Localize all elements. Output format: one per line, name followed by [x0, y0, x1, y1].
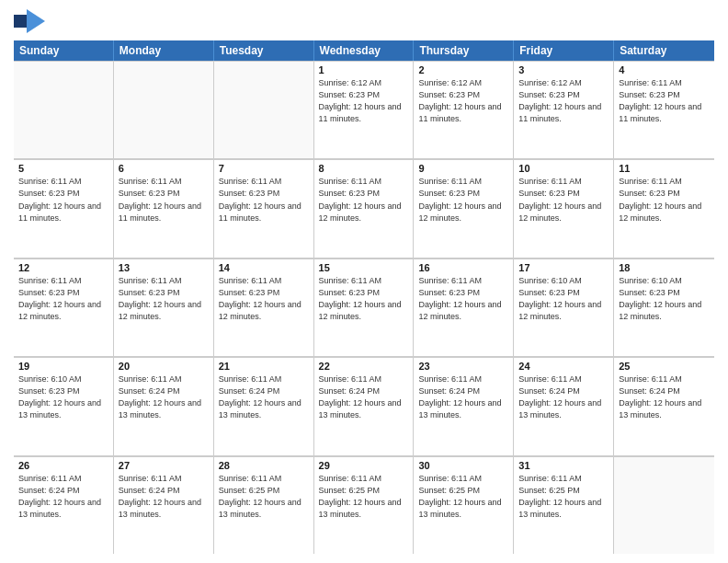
calendar-cell: 6Sunrise: 6:11 AMSunset: 6:23 PMDaylight…: [114, 159, 214, 257]
day-number: 14: [219, 262, 309, 273]
calendar-cell: 14Sunrise: 6:11 AMSunset: 6:23 PMDayligh…: [214, 259, 314, 356]
day-info: Sunrise: 6:11 AMSunset: 6:23 PMDaylight:…: [119, 176, 209, 224]
day-info: Sunrise: 6:10 AMSunset: 6:23 PMDaylight:…: [619, 275, 710, 323]
day-info: Sunrise: 6:11 AMSunset: 6:25 PMDaylight:…: [319, 473, 409, 521]
day-info: Sunrise: 6:11 AMSunset: 6:23 PMDaylight:…: [418, 275, 508, 323]
calendar-cell: 8Sunrise: 6:11 AMSunset: 6:23 PMDaylight…: [314, 159, 415, 257]
day-info: Sunrise: 6:11 AMSunset: 6:23 PMDaylight:…: [418, 176, 508, 224]
svg-marker-1: [27, 9, 45, 33]
day-number: 3: [518, 64, 609, 75]
weekday-header-sunday: Sunday: [14, 40, 114, 61]
svg-rect-0: [14, 15, 27, 28]
day-info: Sunrise: 6:11 AMSunset: 6:23 PMDaylight:…: [619, 77, 710, 125]
header: [14, 9, 714, 33]
day-info: Sunrise: 6:11 AMSunset: 6:24 PMDaylight:…: [418, 373, 508, 421]
weekday-header-monday: Monday: [114, 40, 214, 61]
day-info: Sunrise: 6:11 AMSunset: 6:24 PMDaylight:…: [518, 373, 609, 421]
calendar-cell: 27Sunrise: 6:11 AMSunset: 6:24 PMDayligh…: [114, 456, 214, 554]
day-info: Sunrise: 6:10 AMSunset: 6:23 PMDaylight:…: [518, 275, 609, 323]
day-number: 20: [119, 361, 209, 372]
calendar-week-1: 1Sunrise: 6:12 AMSunset: 6:23 PMDaylight…: [14, 61, 714, 159]
calendar-cell: [114, 61, 214, 158]
calendar-cell: 5Sunrise: 6:11 AMSunset: 6:23 PMDaylight…: [14, 159, 114, 257]
day-info: Sunrise: 6:11 AMSunset: 6:25 PMDaylight:…: [219, 473, 309, 521]
calendar-cell: 28Sunrise: 6:11 AMSunset: 6:25 PMDayligh…: [214, 456, 314, 554]
day-info: Sunrise: 6:11 AMSunset: 6:25 PMDaylight:…: [518, 473, 609, 521]
day-info: Sunrise: 6:11 AMSunset: 6:24 PMDaylight:…: [119, 473, 209, 521]
calendar-body: 1Sunrise: 6:12 AMSunset: 6:23 PMDaylight…: [14, 61, 714, 554]
day-number: 31: [518, 460, 609, 471]
calendar-week-3: 12Sunrise: 6:11 AMSunset: 6:23 PMDayligh…: [14, 259, 714, 357]
day-number: 28: [219, 460, 309, 471]
day-number: 15: [319, 262, 409, 273]
day-info: Sunrise: 6:11 AMSunset: 6:24 PMDaylight:…: [319, 373, 409, 421]
day-info: Sunrise: 6:12 AMSunset: 6:23 PMDaylight:…: [418, 77, 508, 125]
day-number: 30: [418, 460, 508, 471]
calendar-cell: 10Sunrise: 6:11 AMSunset: 6:23 PMDayligh…: [514, 159, 614, 257]
calendar-cell: 25Sunrise: 6:11 AMSunset: 6:24 PMDayligh…: [614, 357, 714, 454]
day-number: 2: [418, 64, 508, 75]
calendar-cell: 19Sunrise: 6:10 AMSunset: 6:23 PMDayligh…: [14, 357, 114, 454]
calendar-cell: 11Sunrise: 6:11 AMSunset: 6:23 PMDayligh…: [614, 159, 714, 257]
logo: [14, 9, 50, 33]
day-info: Sunrise: 6:11 AMSunset: 6:24 PMDaylight:…: [219, 373, 309, 421]
weekday-header-tuesday: Tuesday: [214, 40, 314, 61]
day-info: Sunrise: 6:11 AMSunset: 6:23 PMDaylight:…: [18, 176, 108, 224]
calendar-cell: 12Sunrise: 6:11 AMSunset: 6:23 PMDayligh…: [14, 259, 114, 356]
day-number: 13: [119, 262, 209, 273]
day-number: 17: [518, 262, 609, 273]
day-info: Sunrise: 6:11 AMSunset: 6:23 PMDaylight:…: [619, 176, 710, 224]
weekday-header-wednesday: Wednesday: [314, 40, 415, 61]
calendar-cell: 21Sunrise: 6:11 AMSunset: 6:24 PMDayligh…: [214, 357, 314, 454]
calendar-cell: 17Sunrise: 6:10 AMSunset: 6:23 PMDayligh…: [514, 259, 614, 356]
calendar-cell: 1Sunrise: 6:12 AMSunset: 6:23 PMDaylight…: [314, 61, 415, 158]
day-info: Sunrise: 6:11 AMSunset: 6:23 PMDaylight:…: [119, 275, 209, 323]
calendar-cell: 23Sunrise: 6:11 AMSunset: 6:24 PMDayligh…: [414, 357, 514, 454]
day-info: Sunrise: 6:11 AMSunset: 6:23 PMDaylight:…: [518, 176, 609, 224]
calendar: SundayMondayTuesdayWednesdayThursdayFrid…: [14, 40, 714, 554]
day-number: 24: [518, 361, 609, 372]
page: SundayMondayTuesdayWednesdayThursdayFrid…: [0, 0, 728, 563]
day-info: Sunrise: 6:11 AMSunset: 6:25 PMDaylight:…: [418, 473, 508, 521]
calendar-week-5: 26Sunrise: 6:11 AMSunset: 6:24 PMDayligh…: [14, 456, 714, 554]
day-info: Sunrise: 6:11 AMSunset: 6:24 PMDaylight:…: [619, 373, 710, 421]
day-info: Sunrise: 6:11 AMSunset: 6:23 PMDaylight:…: [219, 275, 309, 323]
day-info: Sunrise: 6:12 AMSunset: 6:23 PMDaylight:…: [518, 77, 609, 125]
calendar-cell: 30Sunrise: 6:11 AMSunset: 6:25 PMDayligh…: [414, 456, 514, 554]
day-number: 16: [418, 262, 508, 273]
day-number: 8: [319, 163, 409, 174]
day-info: Sunrise: 6:12 AMSunset: 6:23 PMDaylight:…: [319, 77, 409, 125]
day-number: 5: [18, 163, 108, 174]
day-number: 6: [119, 163, 209, 174]
day-number: 10: [518, 163, 609, 174]
day-info: Sunrise: 6:11 AMSunset: 6:24 PMDaylight:…: [119, 373, 209, 421]
day-info: Sunrise: 6:11 AMSunset: 6:23 PMDaylight:…: [219, 176, 309, 224]
day-info: Sunrise: 6:11 AMSunset: 6:23 PMDaylight:…: [319, 275, 409, 323]
calendar-cell: 4Sunrise: 6:11 AMSunset: 6:23 PMDaylight…: [614, 61, 714, 158]
day-number: 12: [18, 262, 108, 273]
calendar-cell: 26Sunrise: 6:11 AMSunset: 6:24 PMDayligh…: [14, 456, 114, 554]
day-number: 9: [418, 163, 508, 174]
day-info: Sunrise: 6:10 AMSunset: 6:23 PMDaylight:…: [18, 373, 108, 421]
day-number: 4: [619, 64, 710, 75]
calendar-week-2: 5Sunrise: 6:11 AMSunset: 6:23 PMDaylight…: [14, 159, 714, 258]
day-number: 22: [319, 361, 409, 372]
calendar-cell: [614, 456, 714, 554]
day-info: Sunrise: 6:11 AMSunset: 6:23 PMDaylight:…: [18, 275, 108, 323]
day-number: 27: [119, 460, 209, 471]
calendar-cell: 22Sunrise: 6:11 AMSunset: 6:24 PMDayligh…: [314, 357, 415, 454]
day-number: 19: [18, 361, 108, 372]
day-number: 26: [18, 460, 108, 471]
day-number: 11: [619, 163, 710, 174]
day-number: 7: [219, 163, 309, 174]
day-number: 23: [418, 361, 508, 372]
calendar-cell: 7Sunrise: 6:11 AMSunset: 6:23 PMDaylight…: [214, 159, 314, 257]
logo-icon: [14, 9, 45, 33]
calendar-cell: [214, 61, 314, 158]
calendar-cell: 20Sunrise: 6:11 AMSunset: 6:24 PMDayligh…: [114, 357, 214, 454]
weekday-header-thursday: Thursday: [414, 40, 514, 61]
day-number: 29: [319, 460, 409, 471]
calendar-cell: 16Sunrise: 6:11 AMSunset: 6:23 PMDayligh…: [414, 259, 514, 356]
calendar-cell: 2Sunrise: 6:12 AMSunset: 6:23 PMDaylight…: [414, 61, 514, 158]
calendar-cell: 9Sunrise: 6:11 AMSunset: 6:23 PMDaylight…: [414, 159, 514, 257]
